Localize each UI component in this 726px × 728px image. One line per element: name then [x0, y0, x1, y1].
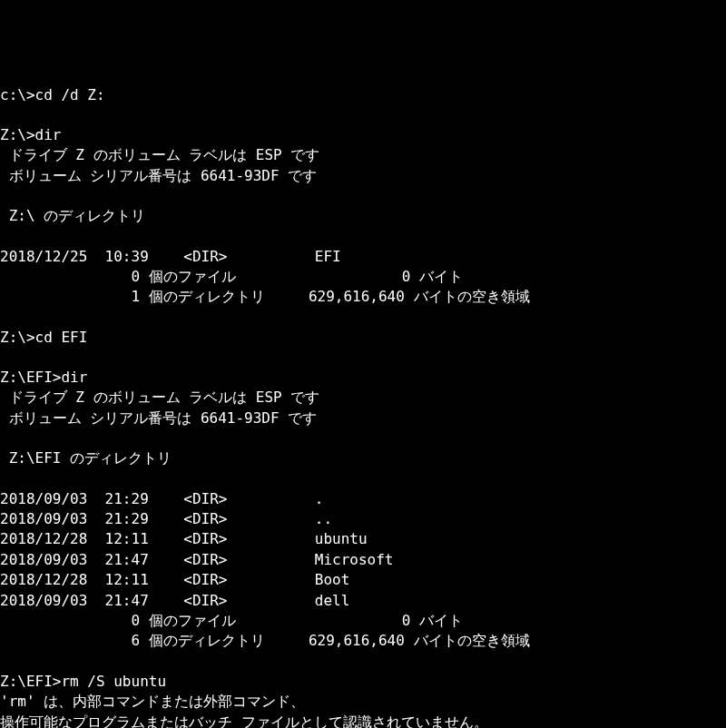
terminal-line: Z:\EFI>dir	[0, 368, 726, 388]
terminal-line	[0, 428, 726, 448]
terminal-line: Z:\>dir	[0, 125, 726, 145]
command-input: rm /S ubuntu	[61, 673, 166, 690]
terminal-line: 操作可能なプログラムまたはバッチ ファイルとして認識されていません。	[0, 713, 726, 728]
terminal-line: 2018/09/03 21:29 <DIR> ..	[0, 509, 726, 529]
terminal-line: Z:\EFI のディレクトリ	[0, 448, 726, 468]
command-input: dir	[61, 369, 87, 386]
terminal-line: 2018/12/25 10:39 <DIR> EFI	[0, 247, 726, 267]
terminal-line: Z:\>cd EFI	[0, 328, 726, 348]
prompt: Z:\EFI>	[0, 673, 61, 690]
terminal-line: 2018/12/28 12:11 <DIR> ubuntu	[0, 529, 726, 549]
terminal-line	[0, 348, 726, 368]
terminal-line: 1 個のディレクトリ 629,616,640 バイトの空き領域	[0, 287, 726, 307]
terminal-line: 2018/09/03 21:29 <DIR> .	[0, 489, 726, 509]
command-input: cd EFI	[35, 329, 88, 346]
terminal-line: c:\>cd /d Z:	[0, 85, 726, 105]
terminal-line: 2018/09/03 21:47 <DIR> Microsoft	[0, 550, 726, 570]
terminal-line	[0, 469, 726, 489]
terminal-line	[0, 652, 726, 672]
terminal-line: ドライブ Z のボリューム ラベルは ESP です	[0, 145, 726, 165]
terminal-line: Z:\EFI>rm /S ubuntu	[0, 672, 726, 692]
command-input: dir	[35, 126, 62, 143]
command-input: cd /d Z:	[35, 86, 105, 103]
terminal-line: Z:\ のディレクトリ	[0, 206, 726, 226]
terminal-line: 0 個のファイル 0 バイト	[0, 267, 726, 287]
terminal-line	[0, 186, 726, 206]
terminal-line: ボリューム シリアル番号は 6641-93DF です	[0, 408, 726, 428]
terminal-line	[0, 227, 726, 247]
prompt: c:\>	[0, 86, 35, 103]
terminal-line: 6 個のディレクトリ 629,616,640 バイトの空き領域	[0, 631, 726, 651]
terminal-output[interactable]: c:\>cd /d Z:Z:\>dir ドライブ Z のボリューム ラベルは E…	[0, 85, 726, 728]
terminal-line: 'rm' は、内部コマンドまたは外部コマンド、	[0, 692, 726, 712]
prompt: Z:\>	[0, 329, 35, 346]
terminal-line: 2018/12/28 12:11 <DIR> Boot	[0, 570, 726, 590]
prompt: Z:\>	[0, 126, 35, 143]
prompt: Z:\EFI>	[0, 369, 61, 386]
terminal-line: ボリューム シリアル番号は 6641-93DF です	[0, 166, 726, 186]
terminal-line: 2018/09/03 21:47 <DIR> dell	[0, 591, 726, 611]
terminal-line	[0, 105, 726, 125]
terminal-line	[0, 308, 726, 328]
terminal-line: 0 個のファイル 0 バイト	[0, 611, 726, 631]
terminal-line: ドライブ Z のボリューム ラベルは ESP です	[0, 388, 726, 408]
